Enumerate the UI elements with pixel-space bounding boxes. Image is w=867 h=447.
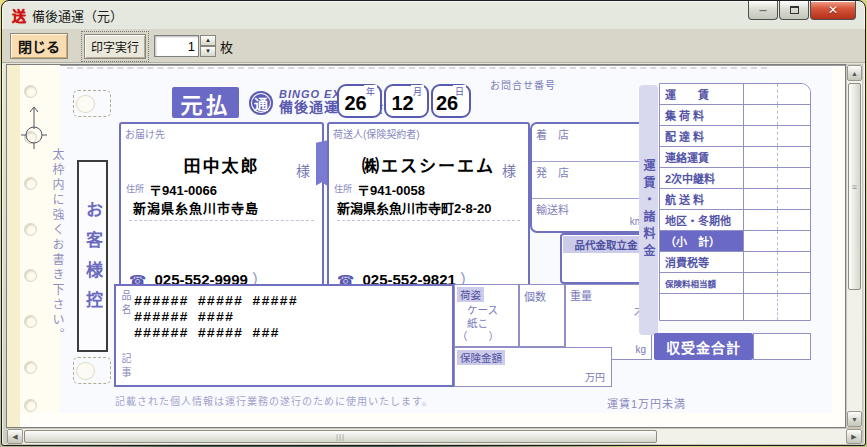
item-name-label: 品名 — [118, 290, 133, 318]
prepaid-badge: 元払 — [172, 87, 239, 118]
fee-value-cell — [744, 126, 810, 146]
vertical-scroll-thumb[interactable]: ≡ — [848, 83, 861, 290]
fee-row-label: 2次中継料 — [660, 168, 744, 188]
fare-note: 運賃1万円未満 — [607, 395, 686, 411]
fee-row-label: 航 送 料 — [660, 189, 744, 209]
punch-hole-mark — [73, 357, 111, 384]
package-option: 紙こ — [455, 317, 518, 330]
spinner-down-icon[interactable]: ▼ — [200, 46, 216, 57]
fee-row-label — [660, 294, 744, 320]
scroll-down-icon[interactable]: ▼ — [847, 411, 862, 427]
company-logo-icon: 通 — [249, 91, 273, 115]
scroll-up-icon[interactable]: ▲ — [847, 65, 862, 81]
minimize-button[interactable]: ─ — [748, 1, 778, 20]
scroll-left-icon[interactable]: ◀ — [7, 429, 23, 444]
sprocket-hole — [24, 315, 37, 328]
stations-box: 着 店 発 店 輸送料 km — [530, 122, 650, 233]
desktop-background: 送 備後通運（元） ─ ✕ 閉じる 印字実行 ▲ ▼ 枚 — [0, 0, 867, 447]
total-label: 収受金合計 — [654, 333, 753, 360]
customer-copy-tab: お客様控 — [77, 160, 108, 352]
departure-station-cell: 発 店 — [532, 162, 648, 199]
client-area: 太枠内に強くお書き下さい。 お客様控 元払 通 BINGO EXPRESS 備後… — [6, 64, 863, 445]
fee-row-label: 連絡運賃 — [660, 147, 744, 167]
fee-row-label: 配 達 料 — [660, 126, 744, 146]
address-label: 住所 — [126, 182, 144, 195]
sprocket-hole — [24, 399, 37, 412]
fee-value-cell — [744, 231, 810, 251]
insurance-unit: 万円 — [585, 369, 605, 384]
app-window: 送 備後通運（元） ─ ✕ 閉じる 印字実行 ▲ ▼ 枚 — [1, 0, 866, 446]
window-title: 備後通運（元） — [32, 6, 123, 25]
spinner-up-icon[interactable]: ▲ — [200, 35, 216, 46]
item-row: ###### ##### ### — [134, 326, 298, 342]
date-year-box: 年 26 — [337, 84, 382, 118]
scroll-right-icon[interactable]: ▶ — [846, 429, 862, 444]
fee-row-label: 運 賃 — [660, 84, 744, 104]
write-firmly-note: 太枠内に強くお書き下さい。 — [49, 148, 66, 343]
copies-spinner: ▲ ▼ 枚 — [154, 35, 233, 57]
address-rule-line — [337, 220, 520, 221]
items-side-labels: 品名 記事 — [118, 290, 133, 381]
date-year-value: 26 — [339, 92, 372, 115]
close-app-button[interactable]: 閉じる — [10, 33, 68, 59]
insurance-box: 保険金額 万円 — [454, 347, 612, 387]
fee-value-cell — [744, 105, 810, 125]
recipient-postal: 〒941-0066 — [149, 180, 217, 199]
fee-value-cell — [744, 189, 810, 209]
sender-postal: 〒941-0058 — [357, 180, 425, 199]
punch-hole-mark — [73, 90, 111, 117]
fee-value-cell — [744, 168, 810, 188]
title-bar[interactable]: 送 備後通運（元） ─ ✕ — [2, 1, 865, 29]
horizontal-scroll-thumb[interactable]: ||| — [24, 430, 657, 443]
package-label: 荷姿 — [457, 287, 484, 302]
sender-address: 新潟県糸魚川市寺町2-8-20 — [337, 198, 492, 217]
horizontal-scrollbar[interactable]: ◀ ||| ▶ — [6, 428, 863, 445]
date-day-value: 26 — [433, 92, 461, 115]
paper-edge-stripe — [7, 65, 20, 428]
address-rule-line — [129, 220, 314, 221]
app-icon: 送 — [12, 5, 26, 25]
maximize-button[interactable] — [779, 1, 809, 20]
item-row: ###### #### — [134, 310, 298, 326]
fees-vertical-label: 運賃・諸料金 — [639, 85, 658, 335]
recipient-honorific: 様 — [296, 160, 310, 180]
package-option: ケース — [455, 304, 518, 317]
address-label: 住所 — [334, 182, 352, 195]
maximize-icon — [790, 6, 799, 14]
sprocket-hole — [24, 361, 37, 374]
copies-input[interactable] — [154, 35, 199, 57]
item-note-label: 記事 — [118, 353, 133, 381]
quantity-box: 個数 — [519, 284, 565, 347]
items-box: 品名 記事 ###### ##### ##### ###### #### ###… — [114, 284, 454, 387]
date-month-box: 月 12 — [384, 84, 429, 118]
item-rows: ###### ##### ##### ###### #### ###### ##… — [134, 294, 298, 342]
fee-row-label: 集 荷 料 — [660, 105, 744, 125]
fee-value-cell — [744, 294, 810, 320]
fee-value-cell — [744, 84, 810, 104]
sender-name: ㈱エスシーエム — [329, 152, 528, 177]
insurance-label: 保険金額 — [457, 350, 505, 365]
copies-unit-label: 枚 — [220, 37, 233, 56]
transport-fee-cell: 輸送料 km — [532, 199, 648, 229]
recipient-box: お届け先 田中太郎 様 住所 〒941-0066 新潟県糸魚川市寺島 ☎025-… — [119, 122, 324, 287]
cod-label: 品代金取立金 — [563, 236, 649, 253]
sender-honorific: 様 — [502, 160, 516, 180]
caption-buttons: ─ ✕ — [748, 1, 856, 20]
close-button[interactable]: ✕ — [810, 1, 856, 20]
sender-label: 荷送人(保険契約者) — [333, 126, 420, 141]
vertical-scrollbar[interactable]: ▲ ≡ ▼ — [846, 64, 863, 428]
kg-unit: kg — [635, 344, 646, 355]
sprocket-hole — [24, 223, 37, 236]
recipient-name: 田中太郎 — [121, 152, 322, 177]
waybill-preview: 太枠内に強くお書き下さい。 お客様控 元払 通 BINGO EXPRESS 備後… — [6, 64, 846, 428]
fee-table: 運 賃 集 荷 料 配 達 料 連絡運賃 2次中継料 航 送 料 地区・冬期他 … — [659, 83, 811, 321]
sender-box: 荷送人(保険契約者) ㈱エスシーエム 様 住所 〒941-0058 新潟県糸魚川… — [327, 122, 530, 287]
fee-value-cell — [744, 273, 810, 293]
sprocket-hole — [24, 85, 37, 98]
item-row: ###### ##### ##### — [134, 294, 298, 310]
arrival-station-cell: 着 店 — [532, 124, 648, 162]
print-button[interactable]: 印字実行 — [84, 34, 146, 59]
date-month-value: 12 — [386, 92, 419, 115]
recipient-label: お届け先 — [125, 126, 165, 141]
sprocket-hole — [24, 269, 37, 282]
